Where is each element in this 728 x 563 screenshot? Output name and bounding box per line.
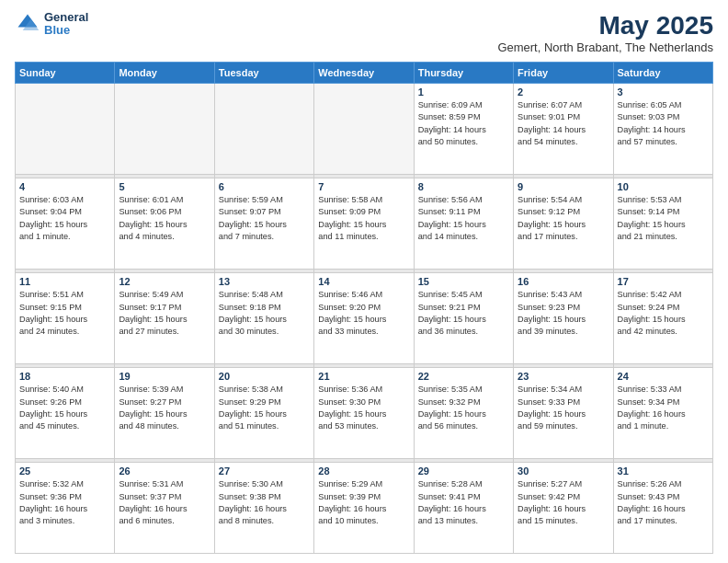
day-cell: 25Sunrise: 5:32 AM Sunset: 9:36 PM Dayli… [16, 463, 115, 554]
weekday-header-thursday: Thursday [414, 63, 513, 84]
day-cell: 15Sunrise: 5:45 AM Sunset: 9:21 PM Dayli… [414, 273, 513, 364]
day-number: 4 [19, 181, 110, 192]
day-cell: 28Sunrise: 5:29 AM Sunset: 9:39 PM Dayli… [314, 463, 414, 554]
day-info: Sunrise: 5:46 AM Sunset: 9:20 PM Dayligh… [318, 289, 409, 338]
day-info: Sunrise: 5:51 AM Sunset: 9:15 PM Dayligh… [19, 289, 110, 338]
day-number: 2 [518, 86, 609, 98]
day-number: 18 [19, 371, 110, 382]
day-number: 20 [219, 371, 310, 382]
day-number: 23 [518, 371, 609, 382]
day-number: 29 [418, 465, 509, 477]
day-number: 16 [518, 276, 609, 287]
day-cell: 16Sunrise: 5:43 AM Sunset: 9:23 PM Dayli… [514, 273, 613, 364]
weekday-header-saturday: Saturday [613, 63, 712, 84]
location: Gemert, North Brabant, The Netherlands [497, 40, 713, 54]
day-cell: 3Sunrise: 6:05 AM Sunset: 9:03 PM Daylig… [613, 84, 712, 175]
day-info: Sunrise: 5:33 AM Sunset: 9:34 PM Dayligh… [618, 384, 709, 432]
day-info: Sunrise: 5:42 AM Sunset: 9:24 PM Dayligh… [618, 289, 709, 338]
day-cell [115, 84, 214, 175]
day-cell: 18Sunrise: 5:40 AM Sunset: 9:26 PM Dayli… [16, 368, 115, 459]
logo: General Blue [15, 11, 88, 38]
day-number: 13 [219, 276, 310, 287]
calendar-table: SundayMondayTuesdayWednesdayThursdayFrid… [15, 62, 713, 554]
day-number: 19 [119, 371, 210, 382]
day-number: 8 [418, 181, 509, 192]
weekday-header-sunday: Sunday [16, 63, 115, 84]
day-cell: 5Sunrise: 6:01 AM Sunset: 9:06 PM Daylig… [115, 178, 214, 270]
day-cell: 20Sunrise: 5:38 AM Sunset: 9:29 PM Dayli… [214, 368, 313, 459]
day-info: Sunrise: 5:48 AM Sunset: 9:18 PM Dayligh… [219, 289, 310, 338]
day-cell: 23Sunrise: 5:34 AM Sunset: 9:33 PM Dayli… [514, 368, 613, 459]
day-cell: 6Sunrise: 5:59 AM Sunset: 9:07 PM Daylig… [214, 178, 313, 270]
weekday-header-row: SundayMondayTuesdayWednesdayThursdayFrid… [16, 63, 713, 84]
day-number: 3 [618, 86, 709, 98]
day-cell: 17Sunrise: 5:42 AM Sunset: 9:24 PM Dayli… [613, 273, 712, 364]
day-number: 31 [618, 465, 709, 477]
day-info: Sunrise: 5:32 AM Sunset: 9:36 PM Dayligh… [19, 478, 110, 527]
day-cell: 7Sunrise: 5:58 AM Sunset: 9:09 PM Daylig… [314, 178, 414, 270]
day-cell: 11Sunrise: 5:51 AM Sunset: 9:15 PM Dayli… [16, 273, 115, 364]
weekday-header-tuesday: Tuesday [214, 63, 313, 84]
day-info: Sunrise: 5:49 AM Sunset: 9:17 PM Dayligh… [119, 289, 210, 338]
day-number: 9 [518, 181, 609, 192]
day-cell: 9Sunrise: 5:54 AM Sunset: 9:12 PM Daylig… [514, 178, 613, 270]
day-number: 22 [418, 371, 509, 382]
day-cell: 21Sunrise: 5:36 AM Sunset: 9:30 PM Dayli… [314, 368, 414, 459]
day-cell: 22Sunrise: 5:35 AM Sunset: 9:32 PM Dayli… [414, 368, 513, 459]
day-number: 21 [318, 371, 409, 382]
day-info: Sunrise: 5:45 AM Sunset: 9:21 PM Dayligh… [418, 289, 509, 338]
day-number: 25 [19, 465, 110, 477]
page: General Blue May 2025 Gemert, North Brab… [0, 0, 728, 563]
day-cell [214, 84, 313, 175]
day-number: 10 [618, 181, 709, 192]
day-info: Sunrise: 5:34 AM Sunset: 9:33 PM Dayligh… [518, 384, 609, 432]
day-info: Sunrise: 5:26 AM Sunset: 9:43 PM Dayligh… [618, 478, 709, 527]
day-cell: 30Sunrise: 5:27 AM Sunset: 9:42 PM Dayli… [514, 463, 613, 554]
day-info: Sunrise: 5:39 AM Sunset: 9:27 PM Dayligh… [119, 384, 210, 432]
day-number: 14 [318, 276, 409, 287]
day-number: 1 [418, 86, 509, 98]
day-cell: 24Sunrise: 5:33 AM Sunset: 9:34 PM Dayli… [613, 368, 712, 459]
day-info: Sunrise: 5:54 AM Sunset: 9:12 PM Dayligh… [518, 194, 609, 243]
day-number: 30 [518, 465, 609, 477]
day-number: 5 [119, 181, 210, 192]
day-cell: 31Sunrise: 5:26 AM Sunset: 9:43 PM Dayli… [613, 463, 712, 554]
day-number: 12 [119, 276, 210, 287]
weekday-header-friday: Friday [514, 63, 613, 84]
day-number: 27 [219, 465, 310, 477]
logo-general-text: General [44, 11, 88, 24]
day-info: Sunrise: 6:01 AM Sunset: 9:06 PM Dayligh… [119, 194, 210, 243]
day-info: Sunrise: 5:40 AM Sunset: 9:26 PM Dayligh… [19, 384, 110, 432]
day-info: Sunrise: 5:43 AM Sunset: 9:23 PM Dayligh… [518, 289, 609, 338]
day-number: 7 [318, 181, 409, 192]
day-cell: 13Sunrise: 5:48 AM Sunset: 9:18 PM Dayli… [214, 273, 313, 364]
day-info: Sunrise: 5:35 AM Sunset: 9:32 PM Dayligh… [418, 384, 509, 432]
week-row-3: 11Sunrise: 5:51 AM Sunset: 9:15 PM Dayli… [16, 273, 713, 364]
day-cell [16, 84, 115, 175]
day-info: Sunrise: 5:53 AM Sunset: 9:14 PM Dayligh… [618, 194, 709, 243]
day-info: Sunrise: 5:59 AM Sunset: 9:07 PM Dayligh… [219, 194, 310, 243]
week-row-1: 1Sunrise: 6:09 AM Sunset: 8:59 PM Daylig… [16, 84, 713, 175]
month-title: May 2025 [497, 11, 713, 40]
day-cell: 12Sunrise: 5:49 AM Sunset: 9:17 PM Dayli… [115, 273, 214, 364]
day-number: 17 [618, 276, 709, 287]
day-info: Sunrise: 5:56 AM Sunset: 9:11 PM Dayligh… [418, 194, 509, 243]
day-cell: 26Sunrise: 5:31 AM Sunset: 9:37 PM Dayli… [115, 463, 214, 554]
day-info: Sunrise: 5:28 AM Sunset: 9:41 PM Dayligh… [418, 478, 509, 527]
day-number: 26 [119, 465, 210, 477]
day-info: Sunrise: 5:27 AM Sunset: 9:42 PM Dayligh… [518, 478, 609, 527]
day-info: Sunrise: 6:07 AM Sunset: 9:01 PM Dayligh… [518, 99, 609, 148]
weekday-header-monday: Monday [115, 63, 214, 84]
week-row-2: 4Sunrise: 6:03 AM Sunset: 9:04 PM Daylig… [16, 178, 713, 270]
header: General Blue May 2025 Gemert, North Brab… [15, 11, 713, 54]
day-cell: 27Sunrise: 5:30 AM Sunset: 9:38 PM Dayli… [214, 463, 313, 554]
title-block: May 2025 Gemert, North Brabant, The Neth… [497, 11, 713, 54]
logo-text: General Blue [44, 11, 88, 38]
day-info: Sunrise: 6:05 AM Sunset: 9:03 PM Dayligh… [618, 99, 709, 148]
day-info: Sunrise: 5:36 AM Sunset: 9:30 PM Dayligh… [318, 384, 409, 432]
day-cell: 1Sunrise: 6:09 AM Sunset: 8:59 PM Daylig… [414, 84, 513, 175]
week-row-4: 18Sunrise: 5:40 AM Sunset: 9:26 PM Dayli… [16, 368, 713, 459]
day-info: Sunrise: 6:03 AM Sunset: 9:04 PM Dayligh… [19, 194, 110, 243]
day-info: Sunrise: 5:30 AM Sunset: 9:38 PM Dayligh… [219, 478, 310, 527]
day-cell: 29Sunrise: 5:28 AM Sunset: 9:41 PM Dayli… [414, 463, 513, 554]
